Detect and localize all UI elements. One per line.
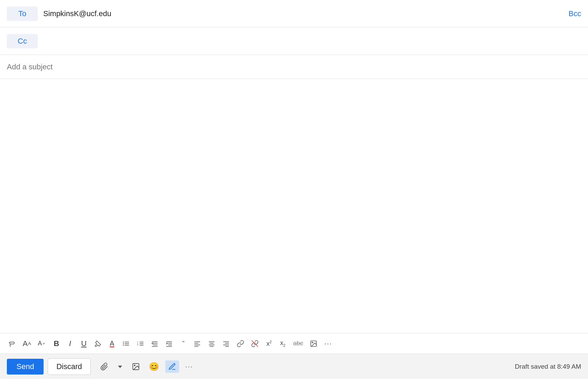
- to-row: To Bcc: [0, 0, 588, 27]
- align-center-button[interactable]: [205, 337, 218, 350]
- svg-point-4: [123, 343, 124, 344]
- subject-input[interactable]: [7, 62, 581, 71]
- numbered-list-button[interactable]: 1 2 3: [134, 337, 147, 350]
- bold-button[interactable]: B: [50, 337, 62, 350]
- to-input[interactable]: [43, 9, 562, 18]
- align-right-button[interactable]: [220, 337, 233, 350]
- svg-marker-37: [118, 366, 122, 368]
- draft-status: Draft saved at 8:49 AM: [515, 363, 581, 370]
- insert-image-bottom-button[interactable]: [129, 360, 143, 373]
- font-color-button[interactable]: A: [106, 337, 118, 350]
- svg-point-2: [123, 342, 124, 343]
- font-size-button[interactable]: A A: [20, 337, 34, 350]
- svg-point-6: [123, 345, 124, 346]
- body-area: [0, 79, 588, 333]
- cc-input[interactable]: [43, 37, 581, 46]
- formatting-toolbar: A A A B I U A: [0, 333, 588, 354]
- bullet-list-button[interactable]: [119, 337, 132, 350]
- to-button[interactable]: To: [7, 7, 38, 21]
- attach-file-button[interactable]: [97, 360, 111, 373]
- superscript-button[interactable]: x2: [263, 337, 275, 350]
- strikethrough-button[interactable]: abc: [290, 337, 306, 350]
- cc-button[interactable]: Cc: [7, 34, 38, 48]
- svg-text:3: 3: [137, 344, 138, 346]
- svg-point-39: [134, 365, 135, 366]
- format-painter-button[interactable]: [5, 337, 19, 350]
- subscript-button[interactable]: x2: [277, 337, 289, 350]
- bottom-bar: Send Discard: [0, 354, 588, 379]
- more-formatting-button[interactable]: ···: [321, 337, 335, 350]
- highlight-button[interactable]: [91, 337, 104, 350]
- remove-link-button[interactable]: [248, 337, 261, 350]
- increase-indent-button[interactable]: [163, 337, 176, 350]
- insert-image-button[interactable]: [307, 337, 320, 350]
- svg-point-36: [312, 342, 313, 343]
- underline-button[interactable]: U: [78, 337, 90, 350]
- decrease-indent-button[interactable]: [148, 337, 161, 350]
- align-left-button[interactable]: [191, 337, 204, 350]
- subject-row: [0, 55, 588, 79]
- email-compose: To Bcc Cc A A A B: [0, 0, 588, 379]
- body-editor[interactable]: [7, 84, 581, 328]
- emoji-button[interactable]: 😊: [146, 360, 162, 374]
- send-button[interactable]: Send: [7, 359, 44, 375]
- bottom-actions: 😊 ···: [97, 360, 196, 374]
- discard-button[interactable]: Discard: [48, 358, 91, 375]
- cc-row: Cc: [0, 27, 588, 55]
- italic-button[interactable]: I: [64, 337, 76, 350]
- attach-dropdown-button[interactable]: [115, 362, 126, 371]
- more-options-bottom-button[interactable]: ···: [183, 360, 196, 372]
- svg-marker-1: [43, 343, 45, 345]
- bcc-link[interactable]: Bcc: [562, 9, 581, 18]
- signature-button[interactable]: [165, 360, 179, 373]
- blockquote-button[interactable]: ": [177, 337, 189, 350]
- font-size-adjust-button[interactable]: A: [35, 337, 49, 350]
- insert-link-button[interactable]: [234, 337, 247, 350]
